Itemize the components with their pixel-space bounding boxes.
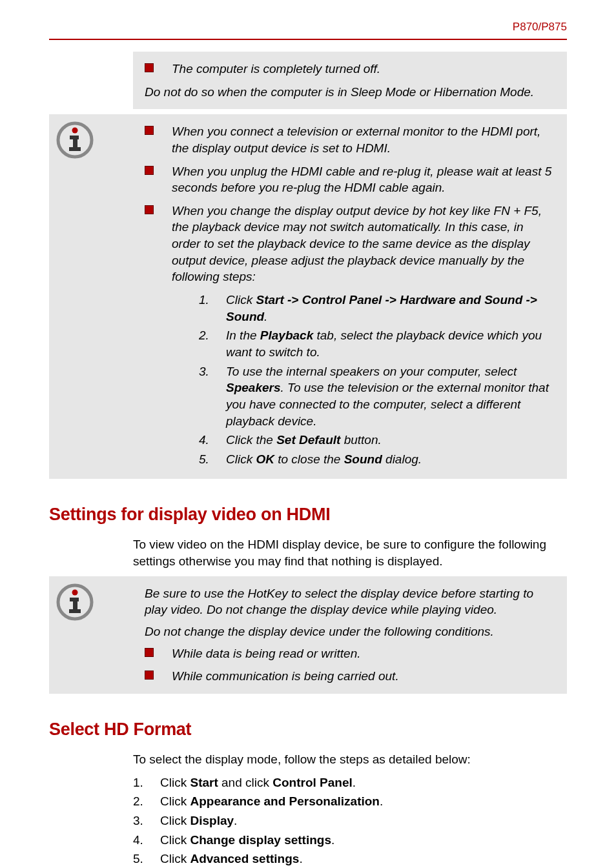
bullet-text: While data is being read or written. bbox=[172, 645, 361, 662]
bullet-text: When you change the display output devic… bbox=[172, 203, 555, 285]
section-heading-settings: Settings for display video on HDMI bbox=[49, 505, 567, 525]
bullet-text: The computer is completely turned off. bbox=[172, 61, 380, 77]
bullet-square-icon bbox=[145, 671, 154, 680]
step-number: 3. bbox=[199, 363, 226, 430]
step-number: 5. bbox=[199, 451, 226, 468]
list-item: 5. Click OK to close the Sound dialog. bbox=[199, 451, 555, 468]
step-number: 4. bbox=[133, 832, 160, 849]
step-text: Click the Set Default button. bbox=[226, 432, 382, 449]
bullet-item: When you change the display output devic… bbox=[145, 203, 555, 470]
bullet-square-icon bbox=[145, 166, 154, 175]
bullet-square-icon bbox=[145, 126, 154, 135]
step-text: To use the internal speakers on your com… bbox=[226, 363, 555, 430]
bullet-square-icon bbox=[145, 648, 154, 657]
note-paragraph: Do not change the display device under t… bbox=[145, 623, 555, 640]
svg-point-6 bbox=[72, 589, 78, 595]
bullet-item: While data is being read or written. bbox=[145, 645, 555, 662]
ordered-steps: 1. Click Start and click Control Panel. … bbox=[133, 774, 567, 868]
step-number: 5. bbox=[133, 851, 160, 867]
list-item: 4. Click the Set Default button. bbox=[199, 432, 555, 449]
list-item: 2. In the Playback tab, select the playb… bbox=[199, 327, 555, 360]
bullet-item: When you unplug the HDMI cable and re-pl… bbox=[145, 163, 555, 196]
bullet-text: When you unplug the HDMI cable and re-pl… bbox=[172, 163, 555, 196]
bullet-square-icon bbox=[145, 205, 154, 214]
step-text: Click OK to close the Sound dialog. bbox=[226, 451, 422, 468]
bullet-item: While communication is being carried out… bbox=[145, 668, 555, 685]
list-item: 4. Click Change display settings. bbox=[133, 832, 567, 849]
bullet-text: When you connect a television or externa… bbox=[172, 123, 555, 156]
section-heading-select-hd: Select HD Format bbox=[49, 720, 567, 740]
step-number: 2. bbox=[133, 793, 160, 810]
header-rule bbox=[49, 39, 567, 40]
note-paragraph: Be sure to use the HotKey to select the … bbox=[145, 585, 555, 618]
step-number: 1. bbox=[133, 774, 160, 791]
bullet-square-icon bbox=[145, 63, 154, 72]
step-number: 3. bbox=[133, 812, 160, 829]
step-number: 2. bbox=[199, 327, 226, 360]
bullet-text: While communication is being carried out… bbox=[172, 668, 399, 685]
step-text: Click Start -> Control Panel -> Hardware… bbox=[226, 292, 555, 325]
note-paragraph: Do not do so when the computer is in Sle… bbox=[145, 84, 555, 101]
bullet-item: When you connect a television or externa… bbox=[145, 123, 555, 156]
info-icon bbox=[49, 121, 101, 172]
list-item: 3. Click Display. bbox=[133, 812, 567, 829]
step-text: Click Change display settings. bbox=[160, 832, 334, 849]
step-text: Click Advanced settings. bbox=[160, 851, 303, 867]
header-model: P870/P875 bbox=[49, 21, 567, 34]
note-block-1: The computer is completely turned off. D… bbox=[133, 52, 567, 109]
step-text: In the Playback tab, select the playback… bbox=[226, 327, 555, 360]
list-item: 5. Click Advanced settings. bbox=[133, 851, 567, 867]
body-paragraph: To view video on the HDMI display device… bbox=[133, 536, 567, 569]
list-item: 3. To use the internal speakers on your … bbox=[199, 363, 555, 430]
step-text: Click Display. bbox=[160, 812, 237, 829]
body-paragraph: To select the display mode, follow the s… bbox=[133, 751, 567, 768]
step-text: Click Start and click Control Panel. bbox=[160, 774, 356, 791]
note-block-3: Be sure to use the HotKey to select the … bbox=[49, 576, 567, 694]
svg-point-1 bbox=[72, 128, 78, 134]
ordered-steps: 1. Click Start -> Control Panel -> Hardw… bbox=[199, 292, 555, 467]
svg-rect-4 bbox=[69, 147, 81, 151]
step-number: 4. bbox=[199, 432, 226, 449]
svg-rect-9 bbox=[69, 609, 81, 613]
step-number: 1. bbox=[199, 292, 226, 325]
page: P870/P875 The computer is completely tur… bbox=[0, 0, 616, 868]
step-text: Click Appearance and Personalization. bbox=[160, 793, 383, 810]
note-block-2: When you connect a television or externa… bbox=[49, 114, 567, 479]
list-item: 1. Click Start -> Control Panel -> Hardw… bbox=[199, 292, 555, 325]
info-icon bbox=[49, 583, 101, 634]
list-item: 2. Click Appearance and Personalization. bbox=[133, 793, 567, 810]
bullet-item: The computer is completely turned off. bbox=[145, 61, 555, 77]
list-item: 1. Click Start and click Control Panel. bbox=[133, 774, 567, 791]
